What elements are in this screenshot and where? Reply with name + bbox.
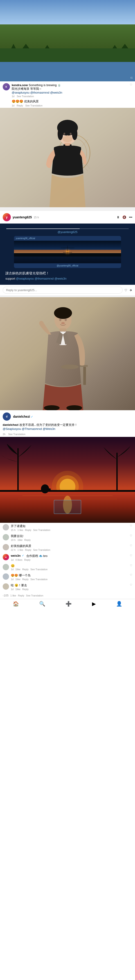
- reels-nav-icon[interactable]: ▶: [92, 601, 96, 607]
- scenic-translation[interactable]: See Translation: [25, 104, 42, 107]
- kendra-comment-content: kendra.sow Something is brewing 🍵 阳光沙滩海浪…: [12, 83, 128, 98]
- story-card-top: yuanteng06_official: [14, 236, 121, 241]
- c2-like-icon[interactable]: ♡: [130, 534, 132, 537]
- c3-reply[interactable]: Reply: [25, 549, 31, 551]
- svg-rect-21: [63, 145, 65, 148]
- send-reply-icon[interactable]: ✈: [130, 288, 132, 292]
- danielchezi-username[interactable]: danielchezi: [13, 415, 30, 418]
- weis3n-verified: ✓: [22, 554, 24, 557]
- c3-time: 22 h: [11, 549, 16, 551]
- story-content-dark: @yuanteng625 yuanteng06_official @yuante…: [0, 224, 135, 285]
- story-controls[interactable]: ⏸ 🔇 •••: [116, 215, 132, 219]
- comment-2-text: 我要去玩!: [11, 534, 24, 538]
- kendra-username[interactable]: kendra.sow: [12, 83, 28, 87]
- bottom-comment-inner: -105 1 like Reply See Translation: [3, 594, 132, 597]
- caption-mentions[interactable]: @Seaplusyou @Thomasmrxd @Weis3n: [3, 427, 55, 431]
- kendra-avatar: K: [3, 83, 10, 91]
- c1-reply[interactable]: Reply: [25, 529, 31, 531]
- c7-likes[interactable]: 1like: [15, 588, 20, 590]
- c5-translation[interactable]: See Translation: [30, 568, 47, 571]
- c1-likes[interactable]: 1 like: [17, 529, 23, 531]
- c6-reply[interactable]: Reply: [22, 578, 28, 581]
- story-progress-bar: [6, 229, 129, 229]
- danielchezi-avatar[interactable]: d: [3, 412, 11, 421]
- reply-input[interactable]: [3, 286, 122, 294]
- svg-rect-29: [83, 367, 86, 385]
- bc-likes[interactable]: 1 like: [10, 594, 16, 597]
- svg-point-31: [54, 307, 72, 319]
- comment-7-text: 哇 😮！要去: [11, 583, 27, 587]
- sunset-photo: [0, 437, 135, 523]
- more-icon[interactable]: •••: [129, 215, 132, 219]
- c5-like-icon[interactable]: ♡: [130, 564, 132, 567]
- svg-marker-4: [113, 45, 117, 48]
- svg-marker-2: [22, 44, 29, 48]
- verified-badge: ✓: [31, 415, 33, 418]
- kendra-mention[interactable]: @seaplusyou @thomasmrxd @weis3n: [12, 91, 128, 94]
- c2-reply[interactable]: Reply: [24, 539, 31, 541]
- c6-like-icon[interactable]: ♡: [130, 573, 132, 577]
- c3-translation[interactable]: See Translation: [33, 549, 50, 551]
- c1-translation[interactable]: See Translation: [33, 529, 50, 531]
- c6-translation[interactable]: See Translation: [30, 578, 47, 581]
- reply-input-area: ♡ ✈: [0, 285, 135, 295]
- scenic-reply[interactable]: Reply: [17, 104, 23, 107]
- yuanteng-story-post: y yuanteng625 15 h ⏸ 🔇 ••• @yuanteng625 …: [0, 209, 135, 297]
- vote-count: -105: [3, 594, 9, 597]
- bc-reply[interactable]: Reply: [18, 594, 24, 597]
- weis3n-avatar[interactable]: w: [3, 554, 9, 560]
- c7-like-icon[interactable]: ♡: [130, 583, 132, 587]
- svg-rect-0: [0, 48, 135, 62]
- card-top-label: yuanteng06_official: [16, 237, 35, 240]
- story-sunset-image: [14, 241, 121, 263]
- comment-7-meta: 1d 1like Reply: [11, 588, 128, 590]
- danielchezi-caption: danielchezi 改变不容易...但为了变好的改变一定要支持！ @Seap…: [0, 423, 135, 433]
- comment-6-avatar: [3, 573, 9, 580]
- yuanteng-username[interactable]: yuanteng625: [13, 215, 32, 219]
- bottom-comment-content: 1 like Reply See Translation: [10, 594, 132, 597]
- kendra-time: 1d: [12, 95, 14, 98]
- c5-time: 1d: [11, 568, 14, 571]
- story-mention-top[interactable]: @yuanteng625: [5, 230, 130, 234]
- c7-time: 1d: [11, 588, 14, 590]
- caption-username[interactable]: danielchezi: [3, 423, 19, 426]
- svg-rect-52: [42, 488, 51, 491]
- w-reply[interactable]: Reply: [24, 558, 30, 561]
- svg-point-34: [61, 322, 65, 325]
- comment-3-meta: 22 h 1 like Reply See Translation: [11, 549, 128, 551]
- mute-icon[interactable]: 🔇: [122, 215, 126, 219]
- c5-likes[interactable]: 1like: [15, 568, 20, 571]
- comment-item-7: 哇 😮！要去 1d 1like Reply ♡: [0, 582, 135, 592]
- add-nav-icon[interactable]: ➕: [66, 601, 72, 607]
- w-likes[interactable]: 4 likes: [15, 558, 22, 561]
- profile-nav-icon[interactable]: 👤: [116, 601, 122, 607]
- c2-likes[interactable]: 1like: [17, 539, 22, 541]
- c3-like-icon[interactable]: ♡: [130, 544, 132, 547]
- comment-item-3: 好美拍摄的风景 22 h 1 like Reply See Translatio…: [0, 542, 135, 553]
- heart-reply-icon[interactable]: ♡: [124, 288, 127, 292]
- yuanteng-avatar[interactable]: y: [3, 213, 11, 221]
- svg-point-19: [63, 136, 72, 142]
- kendra-translation[interactable]: See Translation: [17, 95, 34, 98]
- comments-section: 开了请通知 15 h 1 like Reply See Translation …: [0, 523, 135, 592]
- scenic-comment-block: 😍😍😍 优美的风景 1d Reply See Translation: [0, 99, 135, 108]
- search-nav-icon[interactable]: 🔍: [39, 601, 45, 607]
- home-nav-icon[interactable]: 🏠: [13, 601, 19, 607]
- c1-like-icon[interactable]: ♡: [130, 524, 132, 527]
- c6-likes[interactable]: 1like: [15, 578, 20, 581]
- yuanteng-time: 15 h: [33, 216, 39, 219]
- c5-reply[interactable]: Reply: [22, 568, 28, 571]
- landscape-photo: IG: [0, 0, 135, 81]
- kendra-like-btn[interactable]: ♡: [130, 83, 132, 86]
- c3-likes[interactable]: 1 like: [17, 549, 23, 551]
- c7-reply[interactable]: Reply: [22, 588, 28, 590]
- story-mentions[interactable]: @seaplusyou @thomasmrxd @weis3n: [16, 277, 67, 280]
- w-time: 1d: [11, 558, 14, 561]
- bc-translation[interactable]: See Translation: [26, 594, 43, 597]
- weis3n-username[interactable]: weis3n: [11, 554, 20, 557]
- comment-3-avatar: [3, 544, 9, 550]
- pause-icon[interactable]: ⏸: [116, 215, 120, 219]
- post-translation[interactable]: See Translation: [8, 433, 25, 436]
- comment-6-text: 😍😍 哪一个岛: [11, 573, 31, 578]
- w-like-icon[interactable]: ♡: [130, 554, 132, 557]
